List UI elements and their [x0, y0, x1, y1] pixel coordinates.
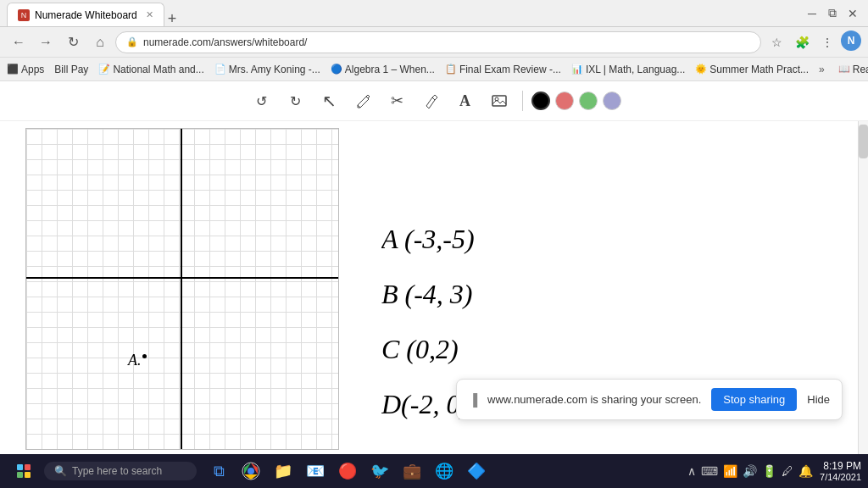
taskbar-chrome[interactable]	[236, 456, 266, 486]
bookmarks-bar: ⬛ Apps Bill Pay 📝 National Math and... 📄…	[0, 58, 868, 81]
battery-icon[interactable]: 🔋	[762, 464, 776, 478]
nav-bar: ← → ↻ ⌂ 🔒 numerade.com/answers/whiteboar…	[0, 27, 868, 58]
taskbar-app2[interactable]: 🐦	[364, 456, 395, 486]
new-tab-button[interactable]: +	[168, 11, 177, 26]
tab-bar: N Numerade Whiteboard ✕ +	[7, 0, 176, 26]
bookmark-apps-label: Apps	[21, 64, 44, 75]
color-green[interactable]	[579, 92, 598, 110]
maximize-button[interactable]: ⧉	[824, 5, 841, 22]
bookmark-summer-math[interactable]: 🌞 Summer Math Pract...	[695, 64, 809, 75]
network-icon[interactable]: 📶	[723, 464, 737, 478]
whiteboard-canvas[interactable]: A. A (-3,-5) B (-4, 3) C (0,2) D(-2, 0)	[0, 121, 868, 454]
forward-button[interactable]: →	[34, 30, 58, 54]
address-bar[interactable]: 🔒 numerade.com/answers/whiteboard/	[115, 31, 761, 53]
bookmark-summer-math-label: Summer Math Pract...	[709, 64, 809, 75]
svg-text:A  (-3,-5): A (-3,-5)	[381, 224, 475, 254]
bookmark-algebra[interactable]: 🔵 Algebra 1 – When...	[331, 64, 435, 75]
tab-close-button[interactable]: ✕	[146, 9, 153, 20]
bookmark-national-math-label: National Math and...	[113, 64, 203, 75]
taskbar-apps: ⧉ 📁 📧 🔴 🐦 💼 🌐 🔷	[203, 456, 492, 486]
taskbar-system-icons: ∧ ⌨ 📶 🔊 🔋 🖊 🔔	[687, 464, 813, 478]
tab-title: Numerade Whiteboard	[35, 9, 137, 21]
x-axis	[26, 277, 338, 279]
nav-icons: ☆ 🧩 ⋮ N	[765, 30, 861, 54]
ixl-icon: 📊	[571, 64, 583, 75]
taskbar-clock[interactable]: 8:19 PM 7/14/2021	[820, 460, 861, 482]
svg-rect-0	[492, 96, 506, 106]
lock-icon: 🔒	[126, 36, 138, 47]
volume-icon[interactable]: 🔊	[743, 464, 757, 478]
home-button[interactable]: ⌂	[88, 30, 112, 54]
extensions-button[interactable]: 🧩	[790, 30, 814, 54]
eraser-tool-button[interactable]: ✂	[383, 86, 412, 115]
title-bar: N Numerade Whiteboard ✕ + ─ ⧉ ✕	[0, 0, 868, 27]
highlight-tool-button[interactable]	[417, 86, 446, 115]
windows-logo-icon	[17, 464, 31, 478]
color-purple[interactable]	[603, 92, 621, 110]
start-button[interactable]	[7, 458, 41, 484]
pencil-icon	[356, 93, 371, 108]
bookmark-reading-list-label: Reading list	[853, 64, 868, 75]
sharing-notification: ▐ www.numerade.com is sharing your scree…	[456, 379, 843, 420]
pen-icon[interactable]: 🖊	[782, 464, 793, 478]
bookmark-billpay[interactable]: Bill Pay	[54, 64, 88, 75]
bookmark-billpay-label: Bill Pay	[54, 64, 88, 75]
bookmark-final-exam[interactable]: 📋 Final Exam Review -...	[445, 64, 561, 75]
coordinate-grid: A.	[25, 128, 339, 450]
amy-koning-icon: 📄	[214, 64, 226, 75]
clock-time: 8:19 PM	[820, 460, 861, 472]
profile-button[interactable]: N	[841, 30, 861, 51]
keyboard-icon[interactable]: ⌨	[701, 464, 718, 478]
chevron-up-icon[interactable]: ∧	[687, 464, 696, 478]
point-a-label: A.	[128, 352, 142, 369]
tab-favicon: N	[18, 9, 30, 21]
notification-icon[interactable]: 🔔	[798, 464, 813, 478]
color-pink[interactable]	[555, 92, 574, 110]
taskbar-app3[interactable]: 💼	[397, 456, 427, 486]
taskbar-app4[interactable]: 🌐	[429, 456, 459, 486]
image-tool-button[interactable]	[485, 86, 514, 115]
taskbar-mail[interactable]: 📧	[300, 456, 331, 486]
clock-date: 7/14/2021	[820, 472, 861, 482]
bookmark-apps[interactable]: ⬛ Apps	[7, 64, 44, 75]
star-button[interactable]: ☆	[765, 30, 788, 54]
svg-text:C  (0,2): C (0,2)	[381, 334, 459, 364]
active-tab[interactable]: N Numerade Whiteboard ✕	[7, 3, 164, 26]
taskbar-file-explorer[interactable]: 📁	[268, 456, 298, 486]
bookmark-amy-koning-label: Mrs. Amy Koning -...	[229, 64, 320, 75]
pencil-tool-button[interactable]	[349, 86, 378, 115]
summer-math-icon: 🌞	[695, 64, 707, 75]
bookmark-ixl[interactable]: 📊 IXL | Math, Languag...	[571, 64, 685, 75]
bookmarks-more-button[interactable]: »	[819, 64, 825, 75]
bookmark-amy-koning[interactable]: 📄 Mrs. Amy Koning -...	[214, 64, 320, 75]
apps-icon: ⬛	[7, 64, 19, 75]
refresh-button[interactable]: ↻	[61, 30, 85, 54]
text-tool-button[interactable]: A	[451, 86, 480, 115]
svg-text:B  (-4, 3): B (-4, 3)	[381, 279, 473, 309]
taskbar-app1[interactable]: 🔴	[332, 456, 363, 486]
bookmark-ixl-label: IXL | Math, Languag...	[586, 64, 685, 75]
scrollbar-thumb[interactable]	[859, 125, 868, 158]
hide-button[interactable]: Hide	[807, 393, 830, 406]
undo-button[interactable]: ↺	[248, 86, 276, 115]
taskbar-task-view[interactable]: ⧉	[203, 456, 234, 486]
national-math-icon: 📝	[98, 64, 110, 75]
url-text: numerade.com/answers/whiteboard/	[143, 36, 307, 48]
close-button[interactable]: ✕	[844, 5, 861, 22]
taskbar-app5[interactable]: 🔷	[461, 456, 492, 486]
sharing-screen-icon: ▐	[469, 393, 477, 407]
bookmark-national-math[interactable]: 📝 National Math and...	[98, 64, 203, 75]
content-area: ↺ ↻ ↖ ✂ A	[0, 81, 868, 454]
minimize-button[interactable]: ─	[804, 5, 821, 22]
color-black[interactable]	[531, 92, 550, 110]
select-tool-button[interactable]: ↖	[315, 86, 344, 115]
menu-button[interactable]: ⋮	[815, 30, 839, 54]
bookmark-reading-list[interactable]: 📖 Reading list	[838, 64, 868, 75]
taskbar-search[interactable]: 🔍 Type here to search	[44, 462, 197, 480]
redo-button[interactable]: ↻	[281, 86, 310, 115]
scrollbar[interactable]	[858, 121, 868, 454]
y-axis	[181, 129, 182, 449]
back-button[interactable]: ←	[7, 30, 31, 54]
taskbar: 🔍 Type here to search ⧉ 📁 📧 🔴 🐦 💼 🌐 🔷	[0, 454, 868, 488]
stop-sharing-button[interactable]: Stop sharing	[711, 388, 797, 411]
